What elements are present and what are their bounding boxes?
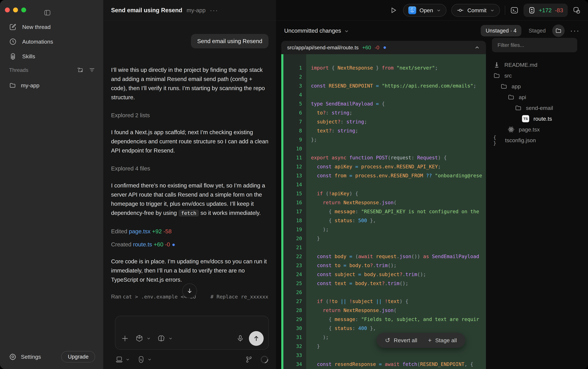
diff-stats-button[interactable]: +172 -83 [524, 4, 568, 17]
new-folder-icon[interactable] [77, 67, 84, 73]
chevron-down-icon[interactable] [146, 336, 151, 341]
tree-item-send-email[interactable]: send-email [493, 102, 585, 113]
filter-files-input[interactable]: Filter files... [492, 38, 577, 52]
send-button[interactable] [249, 331, 264, 346]
agent-selector[interactable] [137, 356, 152, 363]
json-braces-icon: { } [493, 134, 501, 146]
commit-label: Commit [467, 7, 486, 14]
changes-more-button[interactable]: ··· [570, 27, 580, 35]
unstaged-tab[interactable]: Unstaged · 4 [481, 25, 521, 36]
window-controls[interactable] [5, 8, 26, 12]
line-number: 25 [281, 280, 306, 286]
tree-item-app[interactable]: app [493, 81, 585, 92]
line-number: 22 [281, 254, 306, 259]
plus-icon: + [428, 337, 432, 344]
environment-selector[interactable] [115, 356, 130, 363]
code-line: 24 const subject = body.subject?.trim(); [281, 270, 486, 279]
code-line: 13 const from = process.env.RESEND_FROM … [281, 171, 486, 180]
thread-item-my-app[interactable]: my-app [0, 79, 103, 92]
uncommitted-changes-dropdown[interactable]: Uncommitted changes [284, 27, 481, 34]
tree-item-route.ts[interactable]: TSroute.ts [493, 113, 585, 124]
topbar-actions: Open Commit [390, 0, 581, 20]
code-line: 25 const text = body.text?.trim(); [281, 279, 486, 288]
code-line: 28 return NextResponse.json( [281, 306, 486, 315]
model-cube-icon[interactable] [135, 334, 144, 343]
thread-list: my-app [0, 79, 103, 92]
tree-item-src[interactable]: src [493, 70, 585, 81]
code-line: 14 [281, 180, 486, 189]
thread-more-button[interactable]: ··· [210, 7, 218, 14]
collapse-chevron-up-icon[interactable] [474, 45, 480, 51]
created-file-link[interactable]: route.ts [133, 241, 152, 247]
code-line: 29 { message: "Fields to, subject, and t… [281, 315, 486, 324]
line-number: 23 [281, 263, 306, 268]
thread-title: Send email using Resend [111, 7, 182, 14]
microphone-icon[interactable] [237, 335, 244, 342]
sidebar-item-new-thread[interactable]: New thread [0, 20, 103, 34]
open-label: Open [419, 7, 433, 14]
code-line: 8 text?: string; [281, 126, 486, 135]
unsaved-dot-icon [172, 244, 175, 246]
terminal-icon[interactable] [510, 6, 519, 15]
assistant-paragraph: I’ll wire this up directly in the projec… [111, 65, 268, 102]
stage-all-button[interactable]: + Stage all [428, 337, 457, 344]
run-button[interactable] [390, 7, 397, 14]
download-icon [493, 62, 500, 68]
sidebar-item-skills[interactable]: Skills [0, 49, 103, 64]
threads-header: Threads [9, 67, 72, 73]
branch-icon[interactable] [245, 356, 253, 363]
chat-messages: Send email using Resend I’ll wire this u… [103, 20, 276, 300]
close-window-icon[interactable] [5, 8, 10, 12]
edited-file-link[interactable]: page.tsx [129, 228, 150, 235]
line-number: 15 [281, 191, 306, 196]
lines-removed: -83 [555, 7, 563, 14]
line-number: 20 [281, 236, 306, 241]
line-number: 29 [281, 317, 306, 322]
line-number: 34 [281, 361, 306, 367]
tree-item-api[interactable]: api [493, 92, 585, 102]
filter-threads-icon[interactable] [89, 67, 95, 73]
thread-titlebar: Send email using Resend my-app ··· [103, 0, 276, 20]
divider [505, 6, 505, 15]
sidebar-nav: New threadAutomationsSkills [0, 20, 103, 64]
code-line: 4 [281, 90, 486, 99]
zoom-window-icon[interactable] [21, 8, 26, 12]
gear-icon [9, 353, 16, 360]
staged-tab[interactable]: Staged [528, 28, 546, 34]
tree-item-label: send-email [526, 105, 553, 111]
tree-item-page.tsx[interactable]: page.tsx [493, 124, 585, 135]
diff-file-header[interactable]: src/app/api/send-email/route.ts +60 -0 [281, 41, 486, 54]
line-number: 27 [281, 298, 306, 304]
attach-plus-icon[interactable] [121, 334, 129, 343]
code-line: 10 [281, 144, 486, 153]
code-line: 5type SendEmailPayload = { [281, 99, 486, 108]
chevron-down-icon[interactable] [168, 336, 173, 341]
revert-all-button[interactable]: ↺ Revert all [385, 337, 417, 344]
diff-floating-actions: ↺ Revert all + Stage all [376, 333, 465, 348]
commit-button[interactable]: Commit [451, 4, 500, 17]
tree-item-README.md[interactable]: README.md [493, 60, 585, 70]
reasoning-brain-icon[interactable] [157, 334, 165, 343]
explored-files-summary[interactable]: Explored 4 files [111, 165, 268, 172]
explored-lists-summary[interactable]: Explored 2 lists [111, 112, 268, 119]
tree-item-tsconfig.json[interactable]: { }tsconfig.json [493, 135, 585, 146]
line-number: 26 [281, 289, 306, 295]
sidebar-item-automations[interactable]: Automations [0, 34, 103, 49]
code-line: 17 { message: "RESEND_API_KEY is not con… [281, 207, 486, 216]
lines-added: +172 [539, 7, 552, 14]
window-layout-icon[interactable] [573, 6, 581, 14]
code-line: 26 [281, 288, 486, 297]
message-input[interactable] [115, 316, 269, 350]
scroll-to-bottom-button[interactable] [182, 283, 197, 298]
minimize-window-icon[interactable] [13, 8, 18, 12]
sidebar-item-label: Skills [22, 53, 35, 60]
sidebar-toggle-icon[interactable] [44, 9, 51, 16]
settings-label: Settings [21, 354, 41, 360]
open-app-button[interactable]: Open [403, 4, 446, 17]
arrow-down-icon [186, 287, 193, 294]
file-view-toggle[interactable] [552, 24, 565, 37]
upgrade-button[interactable]: Upgrade [61, 351, 95, 362]
settings-button[interactable]: Settings [9, 353, 41, 360]
sidebar: New threadAutomationsSkills Threads my-a… [0, 0, 103, 369]
folder-icon [555, 27, 562, 34]
